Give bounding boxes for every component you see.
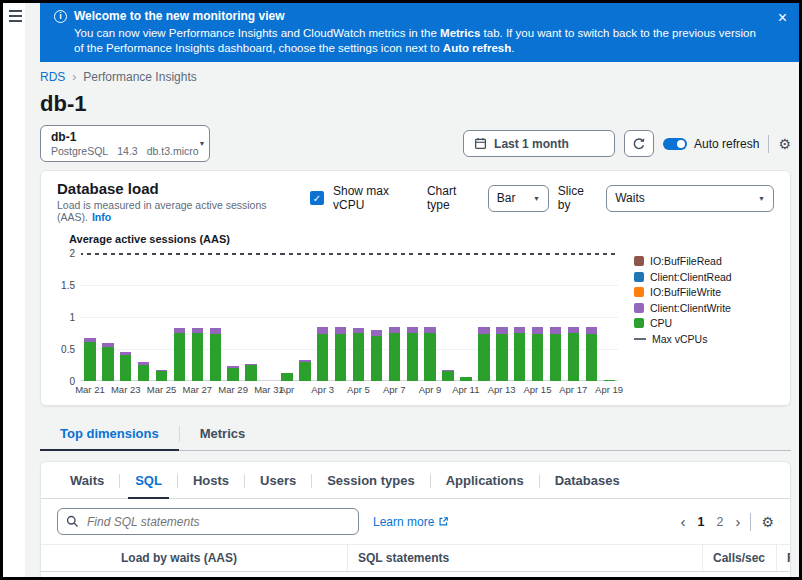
- legend-label: CPU: [650, 317, 672, 329]
- top-dimensions-panel: Waits SQL Hosts Users Session types Appl…: [40, 461, 791, 577]
- app-window: Welcome to the new monitoring view You c…: [0, 0, 802, 580]
- chart-legend: IO:BufFileReadClient:ClientReadIO:BufFil…: [618, 253, 776, 399]
- legend-item-client-clientwrite[interactable]: Client:ClientWrite: [634, 302, 776, 314]
- learn-more-link[interactable]: Learn more: [373, 515, 449, 529]
- bar-mar-29[interactable]: [224, 253, 242, 381]
- bar-apr-6[interactable]: [368, 253, 386, 381]
- bar-apr-5[interactable]: [350, 253, 368, 381]
- banner-title: Welcome to the new monitoring view: [74, 9, 284, 23]
- bar-apr-19[interactable]: [600, 253, 618, 381]
- instance-engine: PostgreSQL: [51, 145, 108, 157]
- refresh-button[interactable]: [624, 130, 654, 157]
- tab-waits[interactable]: Waits: [55, 464, 119, 498]
- column-header-calls[interactable]: Calls/sec: [702, 545, 776, 571]
- tab-metrics[interactable]: Metrics: [180, 418, 266, 450]
- legend-label: Client:ClientWrite: [650, 302, 731, 314]
- bar-apr-2[interactable]: [296, 253, 314, 381]
- y-tick-label: 1.5: [61, 280, 75, 291]
- bar-mar-21[interactable]: [81, 253, 99, 381]
- bar-apr-8[interactable]: [403, 253, 421, 381]
- search-input[interactable]: [85, 514, 350, 530]
- instance-selector[interactable]: db-1 PostgreSQL 14.3 db.t3.micro ▼: [40, 125, 210, 162]
- x-tick-label: Apr 19: [595, 384, 623, 395]
- bar-mar-30[interactable]: [242, 253, 260, 381]
- close-icon[interactable]: ×: [778, 11, 787, 25]
- legend-item-io-buffileread[interactable]: IO:BufFileRead: [634, 255, 776, 267]
- legend-item-client-clientread[interactable]: Client:ClientRead: [634, 271, 776, 283]
- breadcrumb-current: Performance Insights: [83, 70, 196, 84]
- settings-gear-icon[interactable]: ⚙: [778, 137, 791, 151]
- bar-apr-16[interactable]: [547, 253, 565, 381]
- auto-refresh-label: Auto refresh: [694, 137, 759, 151]
- tab-session-types[interactable]: Session types: [312, 464, 429, 498]
- chart-plot-bars: [81, 253, 618, 381]
- tab-users[interactable]: Users: [245, 464, 311, 498]
- bar-apr-11[interactable]: [457, 253, 475, 381]
- bar-apr-10[interactable]: [439, 253, 457, 381]
- bar-mar-31[interactable]: [260, 253, 278, 381]
- bar-apr-9[interactable]: [421, 253, 439, 381]
- legend-label: Client:ClientRead: [650, 271, 732, 283]
- dimension-tabs: Waits SQL Hosts Users Session types Appl…: [41, 462, 790, 499]
- auto-refresh-toggle[interactable]: [663, 138, 687, 150]
- bar-apr-13[interactable]: [493, 253, 511, 381]
- bar-apr-18[interactable]: [582, 253, 600, 381]
- bar-mar-25[interactable]: [153, 253, 171, 381]
- show-max-vcpu-label: Show max vCPU: [333, 184, 418, 212]
- bar-mar-23[interactable]: [117, 253, 135, 381]
- bar-apr-17[interactable]: [564, 253, 582, 381]
- previous-page-icon[interactable]: ‹: [681, 514, 686, 529]
- table-preferences-gear-icon[interactable]: ⚙: [761, 515, 774, 529]
- tab-hosts[interactable]: Hosts: [178, 464, 244, 498]
- legend-label: IO:BufFileWrite: [650, 286, 721, 298]
- y-tick-label: 1: [69, 312, 75, 323]
- tab-top-dimensions[interactable]: Top dimensions: [40, 418, 179, 450]
- bar-apr-15[interactable]: [529, 253, 547, 381]
- column-header-sql[interactable]: SQL statements: [347, 545, 702, 571]
- bar-apr-7[interactable]: [385, 253, 403, 381]
- chart-plot: [81, 253, 618, 381]
- y-tick-label: 2: [69, 248, 75, 259]
- main-area: Welcome to the new monitoring view You c…: [25, 3, 799, 577]
- refresh-icon: [632, 137, 646, 151]
- tab-applications[interactable]: Applications: [431, 464, 539, 498]
- database-load-title: Database load: [57, 180, 310, 197]
- bar-apr-4[interactable]: [332, 253, 350, 381]
- page-2[interactable]: 2: [716, 515, 723, 529]
- chart-type-select[interactable]: Bar ▼: [488, 185, 549, 212]
- next-page-icon[interactable]: ›: [735, 514, 740, 529]
- x-tick-label: Apr 3: [311, 384, 334, 395]
- column-header-load[interactable]: Load by waits (AAS): [119, 545, 347, 571]
- search-box[interactable]: [57, 508, 359, 535]
- bar-mar-26[interactable]: [171, 253, 189, 381]
- bar-mar-28[interactable]: [206, 253, 224, 381]
- bar-mar-24[interactable]: [135, 253, 153, 381]
- bar-apr-1[interactable]: [278, 253, 296, 381]
- breadcrumb-rds-link[interactable]: RDS: [40, 70, 65, 84]
- bar-apr-14[interactable]: [511, 253, 529, 381]
- show-max-vcpu-checkbox[interactable]: [310, 191, 324, 205]
- instance-class: db.t3.micro: [147, 145, 199, 157]
- x-tick-label: Apr: [279, 384, 294, 395]
- legend-item-cpu[interactable]: CPU: [634, 317, 776, 329]
- bar-mar-27[interactable]: [188, 253, 206, 381]
- time-range-selector[interactable]: Last 1 month: [463, 130, 615, 157]
- bar-mar-22[interactable]: [99, 253, 117, 381]
- legend-item-io-buffilewrite[interactable]: IO:BufFileWrite: [634, 286, 776, 298]
- tab-databases[interactable]: Databases: [540, 464, 635, 498]
- divider: [750, 513, 751, 531]
- bar-apr-12[interactable]: [475, 253, 493, 381]
- legend-label: Max vCPUs: [652, 333, 707, 345]
- slice-by-select[interactable]: Waits ▼: [606, 185, 774, 212]
- banner-text: You can now view Performance Insights an…: [74, 26, 765, 55]
- info-link[interactable]: Info: [92, 211, 111, 223]
- time-range-value: Last 1 month: [494, 137, 569, 151]
- legend-item-max-vcpus[interactable]: Max vCPUs: [634, 333, 776, 345]
- bar-apr-3[interactable]: [314, 253, 332, 381]
- tab-sql[interactable]: SQL: [120, 464, 177, 498]
- welcome-banner: Welcome to the new monitoring view You c…: [40, 3, 799, 62]
- x-tick-label: Mar 27: [183, 384, 213, 395]
- x-tick-label: Apr 9: [419, 384, 442, 395]
- page-1[interactable]: 1: [698, 515, 705, 529]
- hamburger-menu-icon[interactable]: [9, 10, 22, 22]
